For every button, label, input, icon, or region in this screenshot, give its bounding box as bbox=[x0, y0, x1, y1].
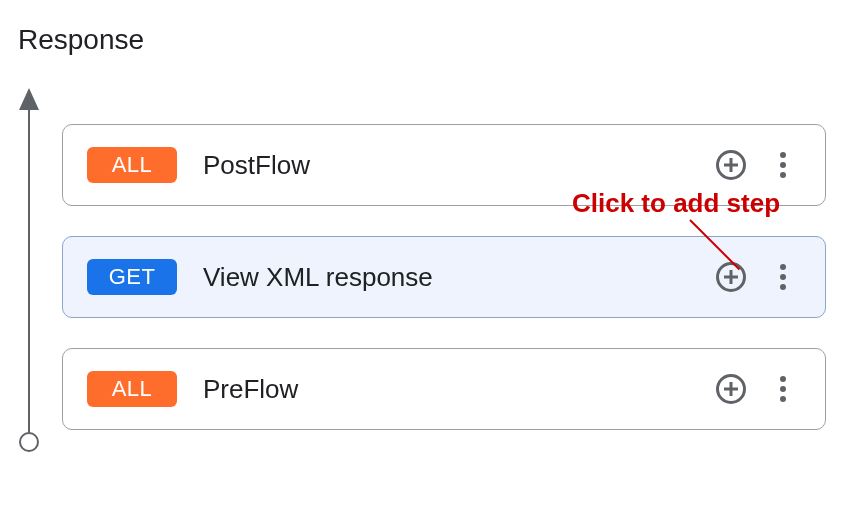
method-badge: ALL bbox=[87, 147, 177, 183]
add-step-button[interactable] bbox=[713, 147, 749, 183]
flow-row-postflow[interactable]: ALL PostFlow bbox=[62, 124, 826, 206]
rail-start-circle-icon bbox=[19, 432, 39, 452]
flow-rows: ALL PostFlow GET View XML response bbox=[62, 96, 826, 442]
kebab-icon bbox=[780, 152, 786, 178]
flow-row-actions bbox=[713, 371, 801, 407]
flow-row-label: View XML response bbox=[203, 262, 687, 293]
add-step-button[interactable] bbox=[713, 259, 749, 295]
flow-row-preflow[interactable]: ALL PreFlow bbox=[62, 348, 826, 430]
section-heading: Response bbox=[18, 24, 826, 56]
more-menu-button[interactable] bbox=[765, 147, 801, 183]
flow-list-container: ALL PostFlow GET View XML response bbox=[18, 96, 826, 442]
kebab-icon bbox=[780, 376, 786, 402]
flow-rail bbox=[18, 96, 62, 442]
flow-row-actions bbox=[713, 259, 801, 295]
more-menu-button[interactable] bbox=[765, 371, 801, 407]
add-step-button[interactable] bbox=[713, 371, 749, 407]
flow-row-label: PostFlow bbox=[203, 150, 687, 181]
plus-circle-icon bbox=[716, 150, 746, 180]
method-badge: ALL bbox=[87, 371, 177, 407]
flow-row-label: PreFlow bbox=[203, 374, 687, 405]
method-badge: GET bbox=[87, 259, 177, 295]
plus-circle-icon bbox=[716, 262, 746, 292]
rail-line bbox=[28, 96, 30, 442]
flow-row-actions bbox=[713, 147, 801, 183]
more-menu-button[interactable] bbox=[765, 259, 801, 295]
flow-row-view-xml-response[interactable]: GET View XML response bbox=[62, 236, 826, 318]
plus-circle-icon bbox=[716, 374, 746, 404]
kebab-icon bbox=[780, 264, 786, 290]
